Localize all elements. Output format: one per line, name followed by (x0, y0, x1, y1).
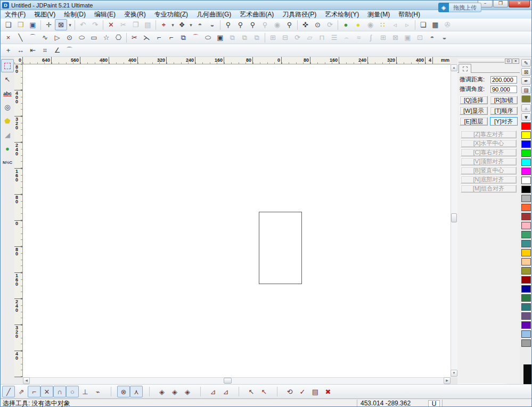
workplane-icon[interactable]: ⊿ (207, 386, 219, 397)
snap-quadrant-icon[interactable]: ○ (66, 386, 79, 397)
shear-icon[interactable]: ▱ (304, 32, 316, 43)
panel-title-bar[interactable]: ⊡ ✕ (457, 58, 520, 64)
menu-view[interactable]: 视图(V) (30, 10, 60, 19)
display-button[interactable]: [W]显示 (460, 106, 488, 115)
delete-icon[interactable]: ✕ (105, 19, 117, 30)
color-swatch[interactable] (521, 231, 531, 238)
menu-geometric-surface[interactable]: 几何曲面(G) (192, 10, 235, 19)
menu-measure[interactable]: 测量(M) (363, 10, 394, 19)
measure-distance-icon[interactable]: ↔ (14, 45, 27, 56)
line-icon[interactable]: ╲ (14, 32, 27, 43)
menu-file[interactable]: 文件(F) (1, 10, 30, 19)
menu-toolpath[interactable]: 刀具路径(P) (278, 10, 321, 19)
sweep-icon[interactable]: ∫ (365, 32, 377, 43)
color-swatch[interactable] (521, 258, 531, 265)
snap-node-icon[interactable]: ⋏ (130, 386, 143, 397)
menu-art-draw[interactable]: 艺术绘制(Y) (321, 10, 363, 19)
color-swatch[interactable] (521, 303, 531, 311)
save-file-icon[interactable]: ▣ (27, 19, 39, 30)
panel-close-icon[interactable]: ✕ (512, 59, 519, 64)
no-fill-icon[interactable]: ⊠ (521, 68, 531, 76)
group-move-icon[interactable]: ⧉ (251, 32, 263, 43)
align-left-button[interactable]: [Z]靠左对齐 (461, 130, 517, 138)
grid-plane-xy-icon[interactable]: ◈ (155, 386, 168, 397)
align-top-button[interactable]: [V]顶部对齐 (461, 157, 517, 165)
open-file-icon[interactable]: ❒ (14, 19, 27, 30)
select-button[interactable]: [Q]选择 (460, 96, 488, 104)
color-swatch[interactable] (521, 321, 531, 329)
scroll-down-icon[interactable]: ▼ (451, 370, 457, 377)
zoom-previous-icon[interactable]: ⚲ (259, 19, 271, 30)
panel-restore-icon[interactable]: ⊡ (505, 59, 512, 64)
color-swatch[interactable] (521, 140, 531, 148)
cut-icon[interactable]: ✂ (117, 19, 129, 30)
axes-icon[interactable]: ⌖ (158, 19, 170, 30)
grid-plane-yz-icon[interactable]: ◈ (168, 386, 181, 397)
grid-plane-zx-icon[interactable]: ◈ (181, 386, 194, 397)
color-swatch[interactable] (521, 213, 531, 220)
cancel-icon[interactable]: ✖ (322, 386, 334, 397)
rectangle-icon[interactable]: ▭ (88, 32, 100, 43)
star-icon[interactable]: ☆ (100, 32, 112, 43)
layer-button[interactable]: [E]图层 (460, 117, 488, 126)
color-swatch[interactable] (521, 330, 531, 338)
lamp-icon[interactable]: ✇ (441, 19, 454, 30)
menu-draw[interactable]: 绘制(D) (60, 10, 90, 19)
point-icon[interactable]: × (2, 32, 14, 43)
select-frame-dropdown-icon[interactable]: ▾ (67, 19, 73, 30)
pack-icon[interactable]: ⊡ (414, 32, 426, 43)
nc-tool[interactable]: N½C (1, 156, 14, 169)
pan-icon[interactable]: ✜ (299, 19, 312, 30)
color-swatch[interactable] (521, 312, 531, 320)
current-color-swatch[interactable] (521, 95, 531, 103)
align-icon[interactable]: ⊓ (316, 32, 328, 43)
hatch-fill-icon[interactable]: ▨ (521, 86, 531, 94)
combine-icon[interactable]: ▣ (402, 32, 414, 43)
workplane-edit-icon[interactable]: ⊿ (219, 386, 232, 397)
light-green-icon[interactable]: ● (340, 19, 352, 30)
verify-icon[interactable]: ✓ (296, 386, 309, 397)
select-frame-icon[interactable]: ⊠ (55, 19, 67, 30)
paste-icon[interactable]: ▤ (142, 19, 154, 30)
align-bottom-button[interactable]: [N]底部对齐 (461, 176, 517, 184)
color-swatch[interactable] (521, 285, 531, 293)
menu-transform[interactable]: 变换(R) (120, 10, 150, 19)
view-mode-icon[interactable]: ❖ (176, 19, 188, 30)
shade-smooth-icon[interactable]: ◒ (438, 32, 451, 43)
vscroll-thumb[interactable] (451, 213, 457, 222)
drawing-canvas[interactable] (23, 64, 451, 377)
measure-rect-icon[interactable]: ⌗ (39, 45, 51, 56)
measure-step-icon[interactable]: ⇤ (27, 45, 39, 56)
chamfer-icon[interactable]: ⌐ (165, 32, 177, 43)
align-vcenter-button[interactable]: [B]竖直中心 (461, 167, 517, 175)
measure-point-icon[interactable]: + (2, 45, 14, 56)
wave-icon[interactable]: ≈ (353, 32, 365, 43)
snap-center-icon[interactable]: ⊗ (117, 386, 130, 397)
color-swatch[interactable] (521, 122, 531, 130)
dropper-icon[interactable]: ✒ (521, 77, 531, 85)
snap-perpendicular-icon[interactable]: ⊥ (79, 386, 92, 397)
color-swatch[interactable] (521, 149, 531, 157)
material-tool[interactable]: ● (1, 142, 14, 155)
arc-icon[interactable]: ⌒ (27, 32, 39, 43)
color-swatch[interactable] (521, 168, 531, 175)
group-copy-icon[interactable]: ⧉ (226, 32, 239, 43)
light-yellow-icon[interactable]: ● (352, 19, 364, 30)
copy-icon[interactable]: ❐ (129, 19, 142, 30)
shade-flat-icon[interactable]: ◓ (426, 32, 438, 43)
nudge-distance-field[interactable] (490, 76, 517, 84)
node-edit-tool[interactable]: ↖ (1, 73, 14, 86)
origin-icon[interactable]: ✛ (43, 19, 55, 30)
menu-pro-functions[interactable]: 专业功能(Z) (150, 10, 192, 19)
snap-grid-icon[interactable]: ⇗ (15, 386, 28, 397)
next-view-icon[interactable]: ▹ (401, 19, 413, 30)
polygon-draw-icon[interactable]: ▷ (51, 32, 63, 43)
trim-icon[interactable]: ✂ (128, 32, 141, 43)
layer-pages-icon[interactable]: ❏ (417, 19, 429, 30)
color-swatch[interactable] (521, 240, 531, 247)
pick-add-icon[interactable]: ↖ (245, 386, 258, 397)
grid-table-icon[interactable]: ▦ (429, 19, 441, 30)
refresh-icon[interactable]: ⟳ (324, 19, 336, 30)
pick-list-icon[interactable]: ▤ (309, 386, 322, 397)
fillet-icon[interactable]: ⌐ (153, 32, 165, 43)
